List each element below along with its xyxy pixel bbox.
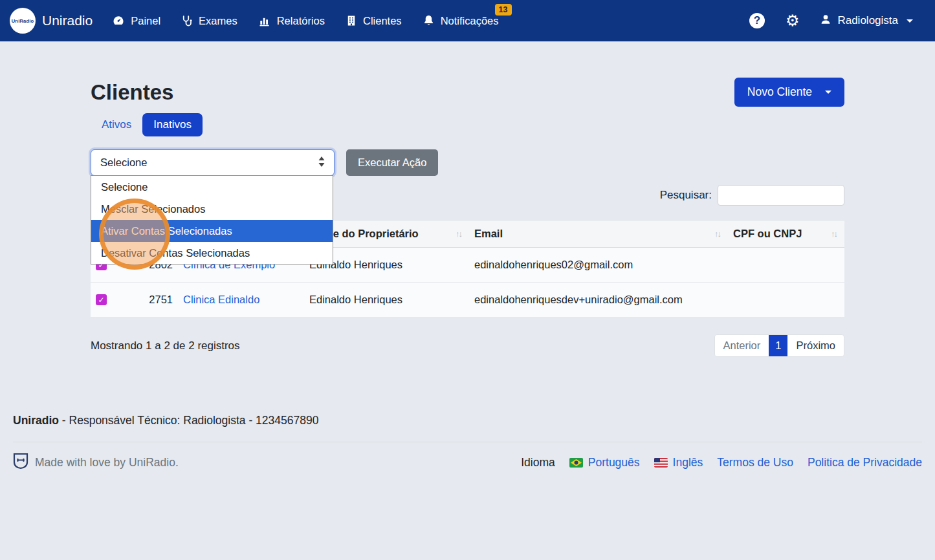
sort-icon: ↑↓: [456, 229, 464, 239]
navbar-right: ? ⚙ Radiologista: [749, 13, 913, 28]
chevron-down-icon: [907, 19, 913, 23]
hospital-icon: [346, 14, 357, 27]
table-row: ✓ 2751 Clinica Edinaldo Edinaldo Henriqu…: [91, 283, 844, 318]
header-cpf[interactable]: CPF ou CNPJ↑↓: [728, 221, 844, 248]
pagination: Anterior 1 Próximo: [714, 334, 844, 357]
nav-item-clientes[interactable]: Clientes: [346, 14, 402, 27]
nav-item-exames[interactable]: Exames: [181, 14, 237, 27]
tab-ativos[interactable]: Ativos: [91, 113, 142, 136]
uniradio-shield-icon: [13, 453, 28, 473]
usa-flag-icon: [654, 458, 668, 468]
row-checkbox[interactable]: ✓: [96, 294, 107, 305]
pagination-previous[interactable]: Anterior: [715, 335, 769, 356]
dashboard-icon: [112, 14, 125, 27]
execute-action-button[interactable]: Executar Ação: [346, 149, 438, 176]
terms-link[interactable]: Termos de Uso: [717, 456, 793, 469]
bar-chart-icon: [258, 14, 271, 27]
privacy-link[interactable]: Politica de Privacidade: [808, 456, 922, 469]
records-summary: Mostrando 1 a 2 de 2 registros: [91, 339, 240, 352]
client-id: 2751: [126, 283, 178, 318]
nav-item-relatorios[interactable]: Relatórios: [258, 14, 325, 27]
page-title: Clientes: [91, 80, 173, 105]
help-icon[interactable]: ?: [749, 13, 765, 28]
chevron-down-icon: [825, 91, 831, 94]
client-email: edinaldohenriques02@gmail.com: [469, 248, 728, 283]
uniradio-logo-icon: UniRadio: [10, 8, 36, 34]
pagination-current-page[interactable]: 1: [769, 335, 787, 356]
header-email[interactable]: Email↑↓: [469, 221, 728, 248]
dropdown-option-selecione[interactable]: Selecione: [91, 176, 333, 198]
client-owner: Edinaldo Henriques: [304, 283, 469, 318]
nav-item-notificacoes[interactable]: Notificações 13: [423, 14, 499, 27]
client-email: edinaldohenriquesdev+uniradio@gmail.com: [469, 283, 728, 318]
notifications-badge: 13: [495, 4, 512, 16]
search-input[interactable]: [718, 185, 844, 206]
language-portugues[interactable]: Português: [569, 456, 640, 469]
nav-item-label: Notificações: [441, 15, 499, 27]
bulk-action-dropdown: Selecione Mesclar Selecionados Ativar Co…: [91, 175, 333, 264]
top-navbar: UniRadio Uniradio Painel Exames Relatóri…: [0, 0, 935, 41]
new-client-button[interactable]: Novo Cliente: [734, 78, 844, 107]
nav-item-label: Clientes: [363, 15, 402, 27]
select-arrows-icon: [318, 156, 325, 169]
main-menu: Painel Exames Relatórios Clientes Notifi…: [112, 14, 498, 27]
search-label: Pesquisar:: [660, 189, 712, 202]
sort-icon: ↑↓: [714, 229, 723, 239]
dropdown-option-ativar[interactable]: Ativar Contas Selecionadas: [91, 220, 333, 242]
brand-name: Uniradio: [42, 13, 93, 28]
select-value: Selecione: [100, 156, 318, 169]
user-name: Radiologista: [837, 14, 898, 27]
bell-icon: [423, 14, 435, 27]
language-ingles[interactable]: Inglês: [654, 456, 703, 469]
nav-item-label: Relatórios: [277, 15, 325, 27]
client-cpf: [728, 248, 844, 283]
brand[interactable]: UniRadio Uniradio: [10, 8, 93, 34]
gear-icon[interactable]: ⚙: [786, 13, 800, 28]
dropdown-option-desativar[interactable]: Desativar Contas Selecionadas: [91, 242, 333, 264]
nav-item-label: Painel: [131, 15, 160, 27]
nav-item-label: Exames: [199, 15, 237, 27]
footer: Uniradio - Responsável Técnico: Radiolog…: [0, 414, 935, 483]
client-name-link[interactable]: Clinica Edinaldo: [183, 294, 259, 305]
client-cpf: [728, 283, 844, 318]
user-menu[interactable]: Radiologista: [820, 14, 913, 28]
brazil-flag-icon: [569, 458, 583, 468]
bulk-action-select[interactable]: Selecione Selecione Mesclar Selecionados…: [91, 149, 335, 176]
pagination-next[interactable]: Próximo: [787, 335, 844, 356]
made-with-love: Made with love by UniRadio.: [35, 456, 179, 469]
footer-info: Uniradio - Responsável Técnico: Radiolog…: [13, 414, 922, 427]
stethoscope-icon: [181, 14, 193, 27]
sort-icon: ↑↓: [831, 229, 839, 239]
status-tabs: Ativos Inativos: [91, 113, 844, 136]
tab-inativos[interactable]: Inativos: [142, 113, 203, 136]
user-icon: [820, 14, 831, 28]
nav-item-painel[interactable]: Painel: [112, 14, 160, 27]
language-label: Idioma: [521, 456, 555, 469]
main-content: Clientes Novo Cliente Ativos Inativos Se…: [91, 41, 844, 357]
dropdown-option-mesclar[interactable]: Mesclar Selecionados: [91, 198, 333, 220]
